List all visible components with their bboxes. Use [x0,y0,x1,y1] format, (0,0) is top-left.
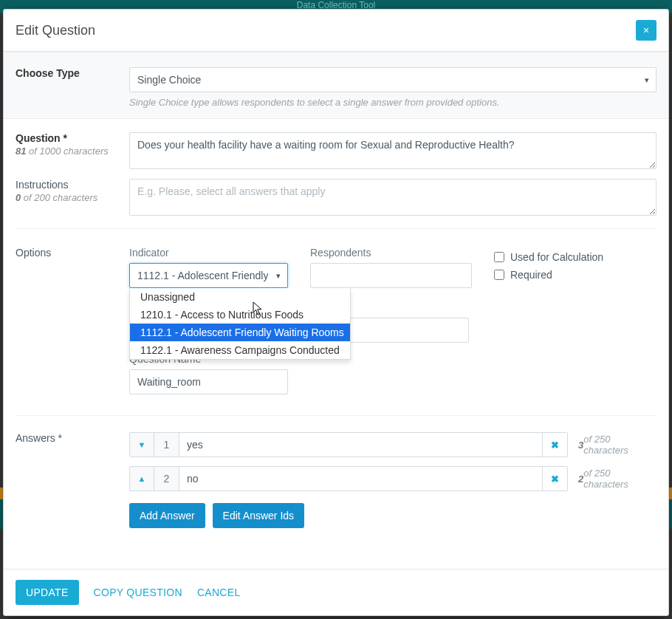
question-section: Question * 81 of 1000 characters Does yo… [4,119,668,176]
question-textarea[interactable]: Does your health facility have a waiting… [129,132,656,169]
answer-index: 2 [154,466,179,491]
used-for-calculation-checkbox[interactable]: Used for Calculation [494,251,656,263]
modal-title: Edit Question [16,23,95,38]
reorder-button[interactable]: ▲ [129,466,154,491]
choose-type-label: Choose Type [16,67,120,79]
answer-row: ▲2✖2 of 250 characters [129,466,656,491]
question-label: Question * [16,132,120,144]
choose-type-section: Choose Type Single Choice ▾ Single Choic… [4,52,668,119]
instructions-section: Instructions 0 of 200 characters [4,176,668,222]
used-for-calculation-label: Used for Calculation [510,251,603,263]
close-button[interactable]: × [636,20,656,41]
edit-question-modal: Edit Question × Choose Type Single Choic… [3,9,669,616]
indicator-dropdown[interactable]: Unassigned1210.1 - Access to Nutritious … [129,288,351,360]
modal-header: Edit Question × [4,10,668,52]
respondents-input[interactable] [310,263,472,288]
delete-answer-button[interactable]: ✖ [543,432,568,457]
instructions-charcount: 0 of 200 characters [16,192,120,203]
answer-charcount: 2 of 250 characters [568,466,656,491]
type-select[interactable]: Single Choice [129,67,656,92]
options-label: Options [16,247,120,259]
update-button[interactable]: UPDATE [16,580,79,605]
indicator-select[interactable]: 1112.1 - Adolescent Friendly Waiting Roo… [129,263,288,288]
indicator-option[interactable]: Unassigned [130,288,350,306]
question-name-input[interactable] [129,369,288,394]
answers-section: Answers * ▼1✖3 of 250 characters▲2✖2 of … [4,416,668,541]
required-label: Required [510,269,552,281]
answer-row: ▼1✖3 of 250 characters [129,432,656,457]
close-icon: × [643,24,649,36]
indicator-label: Indicator [129,247,288,259]
required-input[interactable] [494,270,504,280]
copy-question-button[interactable]: COPY QUESTION [94,586,182,598]
reorder-button[interactable]: ▼ [129,432,154,457]
respondents-label: Respondents [310,247,472,259]
type-hint: Single Choice type allows respondents to… [129,97,656,108]
answer-charcount: 3 of 250 characters [568,432,656,457]
question-charcount: 81 of 1000 characters [16,146,120,157]
answer-index: 1 [154,432,179,457]
answer-input[interactable] [179,466,543,491]
edit-answer-ids-button[interactable]: Edit Answer Ids [213,503,305,528]
instructions-label: Instructions [16,179,120,191]
answer-input[interactable] [179,432,543,457]
options-section: Options Indicator 1112.1 - Adolescent Fr… [4,229,668,399]
answers-label: Answers * [16,432,120,444]
indicator-option[interactable]: 1112.1 - Adolescent Friendly Waiting Roo… [130,324,350,341]
delete-answer-button[interactable]: ✖ [543,466,568,491]
used-for-calculation-input[interactable] [494,252,504,262]
indicator-option[interactable]: 1122.1 - Awareness Campaigns Conducted [130,341,350,359]
cancel-button[interactable]: CANCEL [197,586,241,598]
add-answer-button[interactable]: Add Answer [129,503,205,528]
indicator-option[interactable]: 1210.1 - Access to Nutritious Foods [130,306,350,324]
instructions-textarea[interactable] [129,179,656,216]
required-checkbox[interactable]: Required [494,269,656,281]
modal-footer: UPDATE COPY QUESTION CANCEL [4,569,668,615]
